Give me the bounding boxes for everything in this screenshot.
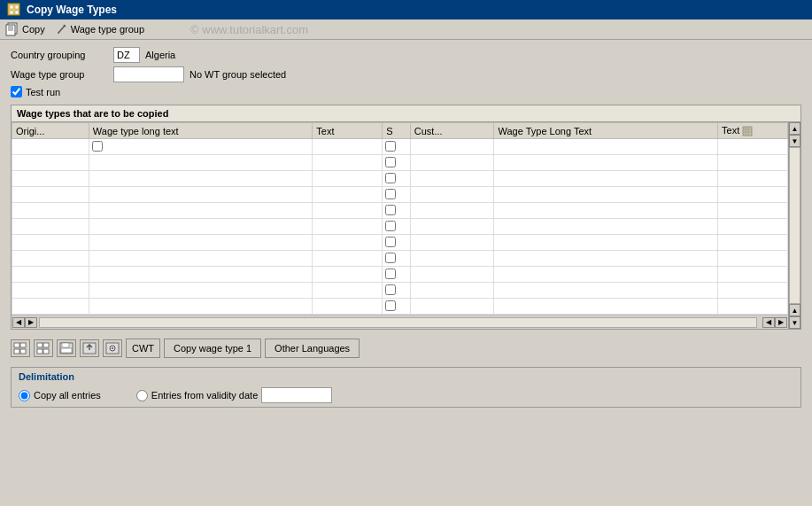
scroll-down2-btn[interactable]: ▼ — [789, 316, 800, 329]
col-header-cust: Cust... — [410, 123, 494, 139]
scroll-v-track[interactable] — [789, 147, 800, 304]
save-icon — [59, 342, 73, 354]
test-run-checkbox[interactable] — [11, 86, 22, 97]
country-grouping-value: Algeria — [145, 50, 175, 60]
col-header-s: S — [383, 123, 411, 139]
svg-line-10 — [58, 26, 65, 33]
icon-btn-2[interactable] — [34, 339, 53, 357]
toolbar: Copy Wage type group © www.tutorialkart.… — [0, 19, 812, 40]
col-header-text2: Text — [718, 123, 788, 139]
vertical-scrollbar: ▲ ▼ ▲ ▼ — [788, 122, 800, 329]
icon-btn-4[interactable] — [80, 339, 99, 357]
scroll-up2-btn[interactable]: ▲ — [789, 304, 800, 316]
test-run-label: Test run — [26, 87, 60, 97]
validity-date-input[interactable] — [261, 387, 332, 403]
pencil-icon — [56, 23, 68, 35]
copy-all-label: Copy all entries — [34, 390, 101, 401]
scroll-down-btn[interactable]: ▼ — [789, 135, 800, 147]
table-row — [12, 299, 788, 315]
cell-wt-long — [494, 139, 718, 155]
s-checkbox[interactable] — [385, 269, 396, 279]
col-header-wt-long: Wage Type Long Text — [494, 123, 718, 139]
svg-rect-21 — [20, 349, 26, 354]
s-checkbox[interactable] — [385, 173, 396, 183]
cell-text — [313, 139, 383, 155]
col-header-orig: Origi... — [12, 123, 89, 139]
country-grouping-label: Country grouping — [11, 50, 108, 60]
table-row — [12, 171, 788, 187]
cwt-button[interactable]: CWT — [126, 339, 160, 358]
toolbar-wage-type-group[interactable]: Wage type group — [56, 23, 144, 35]
wage-type-group-row: Wage type group No WT group selected — [11, 66, 801, 82]
table-row — [12, 187, 788, 203]
table-scroll-area: Origi... Wage type long text Text S Cust… — [12, 122, 788, 329]
copy-icon — [5, 22, 19, 36]
svg-rect-1 — [10, 5, 13, 9]
svg-rect-25 — [43, 349, 49, 354]
validity-date-radio[interactable] — [136, 390, 148, 401]
table-row — [12, 235, 788, 251]
s-checkbox[interactable] — [385, 189, 396, 199]
s-checkbox[interactable] — [385, 141, 396, 152]
horizontal-scrollbar: ◀ ▶ ◀ ▶ — [12, 315, 788, 329]
s-checkbox[interactable] — [385, 221, 396, 231]
col-header-longtext: Wage type long text — [89, 123, 313, 139]
cell-cust — [410, 139, 494, 155]
window-icon — [7, 3, 21, 17]
icon-btn-5[interactable] — [103, 339, 122, 357]
wage-type-group-value: No WT group selected — [189, 69, 286, 80]
copy-all-radio-item: Copy all entries — [19, 390, 101, 401]
svg-rect-18 — [14, 343, 19, 347]
table-row — [12, 219, 788, 235]
copy-wage-type-button[interactable]: Copy wage type 1 — [164, 339, 261, 358]
s-checkbox[interactable] — [385, 157, 396, 167]
scroll-right2-btn[interactable]: ◀ — [762, 317, 775, 328]
scroll-right3-btn[interactable]: ▶ — [775, 317, 787, 328]
table-row — [12, 267, 788, 283]
s-checkbox[interactable] — [385, 253, 396, 263]
wage-types-table: Origi... Wage type long text Text S Cust… — [12, 122, 788, 315]
svg-rect-28 — [61, 348, 72, 353]
s-checkbox[interactable] — [385, 205, 396, 215]
settings-icon — [105, 342, 120, 354]
svg-rect-22 — [37, 343, 43, 347]
table-row — [12, 155, 788, 171]
wage-types-table-section: Wage types that are to be copied Origi..… — [11, 105, 801, 330]
scroll-h-track[interactable] — [39, 317, 757, 328]
title-bar: Copy Wage Types — [0, 0, 812, 19]
svg-rect-3 — [10, 11, 13, 14]
svg-rect-4 — [15, 11, 19, 14]
svg-rect-23 — [43, 343, 49, 347]
delimitation-section: Delimitation Copy all entries Entries fr… — [11, 367, 801, 408]
wage-type-group-input[interactable] — [113, 66, 184, 82]
other-languages-button[interactable]: Other Languages — [265, 339, 360, 358]
scroll-left-btn[interactable]: ◀ — [12, 317, 25, 328]
validity-date-radio-item: Entries from validity date — [136, 387, 332, 403]
toolbar-wage-type-group-label: Wage type group — [71, 24, 144, 35]
table-row — [12, 203, 788, 219]
scroll-up-btn[interactable]: ▲ — [789, 122, 800, 135]
icon-btn-3[interactable] — [57, 339, 76, 357]
table-section-title: Wage types that are to be copied — [12, 105, 800, 122]
column-settings-icon[interactable] — [742, 126, 753, 136]
icon-btn-1[interactable] — [11, 339, 30, 357]
row-checkbox[interactable] — [92, 141, 103, 152]
cell-s — [383, 139, 411, 155]
cell-longtext — [89, 139, 313, 155]
country-grouping-input[interactable] — [113, 47, 140, 63]
content-area: Country grouping Algeria Wage type group… — [0, 40, 812, 415]
s-checkbox[interactable] — [385, 300, 396, 311]
main-window: Copy Wage Types Copy Wage type group © w… — [0, 0, 812, 506]
toolbar-copy-label: Copy — [22, 24, 45, 35]
s-checkbox[interactable] — [385, 284, 396, 295]
svg-rect-27 — [62, 343, 69, 347]
window-title: Copy Wage Types — [27, 4, 117, 16]
upload-icon — [82, 342, 97, 354]
country-grouping-row: Country grouping Algeria — [11, 47, 801, 63]
copy-all-radio[interactable] — [19, 390, 30, 401]
s-checkbox[interactable] — [385, 237, 396, 247]
table-row — [12, 283, 788, 299]
toolbar-copy[interactable]: Copy — [5, 22, 45, 36]
grid-icon-1 — [13, 342, 27, 354]
scroll-right-btn[interactable]: ▶ — [25, 317, 37, 328]
